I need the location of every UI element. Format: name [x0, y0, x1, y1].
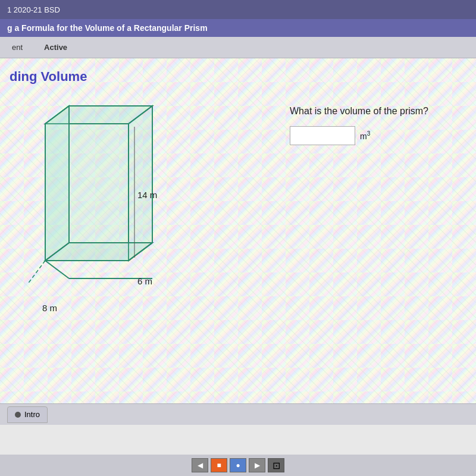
nav-back-button[interactable]: ◀	[192, 458, 208, 472]
tab-dot-icon	[15, 412, 21, 418]
question-area: What is the volume of the prism? m3	[290, 106, 428, 145]
svg-text:14 m: 14 m	[137, 190, 157, 200]
title-bar-text: g a Formula for the Volume of a Rectangu…	[7, 23, 208, 33]
answer-row: m3	[290, 126, 428, 145]
intro-tab-label: Intro	[24, 410, 40, 419]
bottom-bar: Intro	[0, 403, 476, 425]
nav-item-active[interactable]: Active	[39, 40, 72, 54]
prism-container: 14 m 6 m 8 m	[10, 100, 176, 350]
svg-line-2	[27, 261, 45, 284]
svg-text:8 m: 8 m	[42, 303, 57, 313]
volume-input[interactable]	[290, 126, 355, 145]
prism-svg: 14 m 6 m 8 m	[10, 100, 176, 350]
nav-arrows-bar: ◀ ■ ● ▶ ⊡	[0, 455, 476, 476]
intro-tab[interactable]: Intro	[7, 406, 48, 423]
nav-play-button[interactable]: ●	[230, 458, 246, 472]
question-text: What is the volume of the prism?	[290, 106, 428, 117]
nav-stop-button[interactable]: ■	[211, 458, 227, 472]
section-title: ding Volume	[10, 69, 87, 84]
svg-line-6	[45, 261, 69, 278]
svg-marker-4	[129, 106, 152, 261]
svg-text:6 m: 6 m	[137, 276, 152, 286]
top-bar-title: 1 2020-21 BSD	[7, 5, 60, 14]
top-bar: 1 2020-21 BSD	[0, 0, 476, 19]
nav-menu-icon[interactable]: ⊡	[268, 458, 284, 472]
svg-marker-10	[45, 106, 69, 261]
title-bar: g a Formula for the Volume of a Rectangu…	[0, 19, 476, 37]
unit-exponent: 3	[367, 130, 371, 137]
nav-forward-button[interactable]: ▶	[249, 458, 265, 472]
nav-item-ent[interactable]: ent	[7, 40, 27, 54]
main-content: ding Volume 14 m	[0, 58, 476, 425]
unit-label: m3	[360, 130, 370, 141]
nav-bar: ent Active	[0, 37, 476, 58]
